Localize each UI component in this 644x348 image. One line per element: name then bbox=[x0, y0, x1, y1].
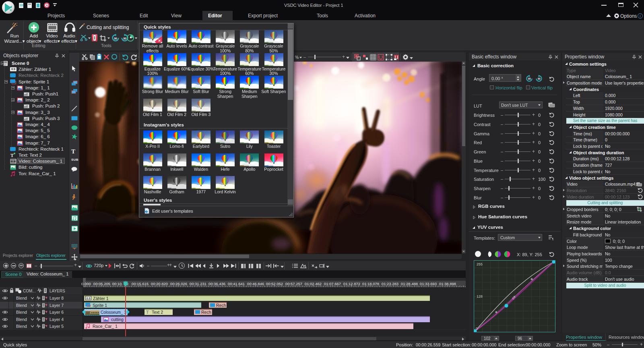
svg-text:90: 90 bbox=[123, 37, 126, 40]
svg-text:0: 0 bbox=[476, 327, 478, 331]
svg-text:255: 255 bbox=[477, 262, 483, 266]
svg-text:90: 90 bbox=[538, 77, 541, 80]
svg-text:90: 90 bbox=[528, 77, 531, 80]
svg-text:128: 128 bbox=[477, 294, 483, 298]
svg-text:90: 90 bbox=[114, 37, 117, 40]
